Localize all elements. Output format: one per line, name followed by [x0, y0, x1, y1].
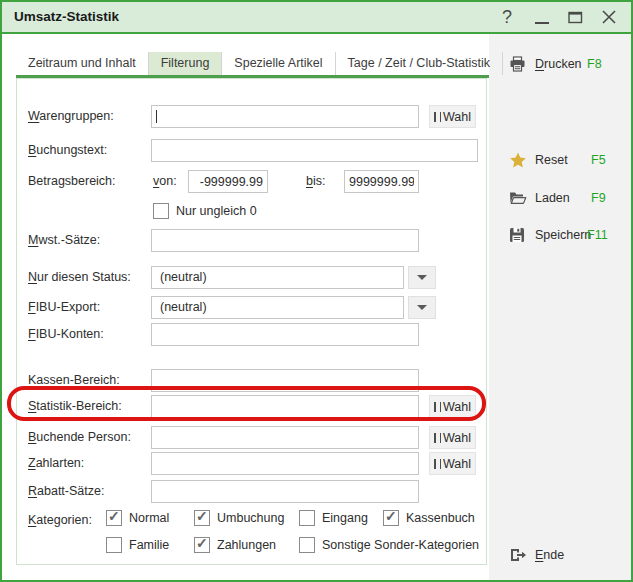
- buchende-person-wahl-button[interactable]: Wahl: [429, 426, 476, 449]
- rabatt-saetze-label: Rabatt-Sätze:: [28, 484, 104, 498]
- wahl-glyph-icon: [434, 402, 441, 412]
- warengruppen-wahl-button[interactable]: Wahl: [429, 105, 476, 128]
- status-label: Nur diesen Status:: [28, 270, 131, 284]
- status-dropdown-button[interactable]: [408, 266, 436, 289]
- kassen-bereich-input[interactable]: [151, 369, 419, 392]
- speichern-label: Speichern: [535, 228, 591, 242]
- checkbox-eingang-label: Eingang: [322, 511, 368, 525]
- printer-icon: [509, 56, 526, 72]
- save-icon: [509, 227, 526, 243]
- maximize-icon[interactable]: [562, 2, 588, 32]
- wahl-glyph-icon: [434, 459, 441, 469]
- buchungstext-label: Buchungstext:: [28, 143, 107, 157]
- laden-label: Laden: [535, 191, 570, 205]
- filter-panel: Warengruppen: Wahl Buchungstext: Betrags…: [16, 78, 487, 565]
- zahlarten-label: Zahlarten:: [28, 456, 84, 470]
- star-icon: [509, 152, 526, 168]
- nur-ungleich-checkbox[interactable]: [153, 203, 169, 219]
- minimize-icon[interactable]: [529, 2, 555, 32]
- statistik-bereich-input[interactable]: [151, 395, 419, 418]
- tab-filterung[interactable]: Filterung: [149, 52, 223, 75]
- open-folder-icon: [509, 190, 526, 206]
- reset-button[interactable]: Reset F5: [489, 151, 631, 171]
- buchende-person-label: Buchende Person:: [28, 430, 131, 444]
- checkbox-eingang[interactable]: [299, 510, 315, 526]
- von-input[interactable]: [188, 170, 268, 193]
- nur-ungleich-label: Nur ungleich 0: [176, 204, 257, 218]
- checkbox-sonstige[interactable]: [299, 537, 315, 553]
- ende-label: Ende: [535, 548, 564, 562]
- checkbox-sonstige-label: Sonstige Sonder-Kategorien: [322, 538, 479, 552]
- umsatz-statistik-window: Umsatz-Statistik ? Drucken F8 Reset F5: [0, 0, 633, 582]
- warengruppen-label: Warengruppen:: [28, 109, 114, 123]
- wahl-glyph-icon: [434, 433, 441, 443]
- betragsbereich-label: Betragsbereich:: [28, 174, 116, 188]
- kategorien-label: Kategorien:: [28, 513, 92, 527]
- kassen-bereich-label: Kassen-Bereich:: [28, 373, 120, 387]
- laden-fkey: F9: [591, 191, 606, 205]
- window-title: Umsatz-Statistik: [14, 2, 119, 32]
- tab-zeitraum-und-inhalt[interactable]: Zeitraum und Inhalt: [16, 52, 149, 75]
- checkbox-zahlungen-label: Zahlungen: [217, 538, 276, 552]
- speichern-fkey: F11: [587, 228, 608, 242]
- checkbox-zahlungen[interactable]: [194, 537, 210, 553]
- checkbox-kassenbuch[interactable]: [383, 510, 399, 526]
- status-dropdown[interactable]: (neutral): [151, 266, 404, 289]
- chevron-down-icon: [417, 305, 427, 310]
- mwst-label: Mwst.-Sätze:: [28, 233, 100, 247]
- ende-button[interactable]: Ende: [489, 546, 631, 566]
- bis-label: bis:: [306, 174, 325, 188]
- checkbox-kassenbuch-label: Kassenbuch: [406, 511, 475, 525]
- checkbox-umbuchung[interactable]: [194, 510, 210, 526]
- checkbox-umbuchung-label: Umbuchung: [217, 511, 284, 525]
- drucken-button[interactable]: Drucken F8: [489, 55, 631, 75]
- buchungstext-input[interactable]: [151, 139, 478, 162]
- von-label: von:: [153, 174, 177, 188]
- titlebar: Umsatz-Statistik ?: [2, 2, 631, 34]
- fibu-konten-label: FIBU-Konten:: [28, 327, 104, 341]
- zahlarten-wahl-button[interactable]: Wahl: [429, 452, 476, 475]
- fibu-export-dropdown[interactable]: (neutral): [151, 296, 404, 319]
- tab-tage-zeit-club-statistik[interactable]: Tage / Zeit / Club-Statistik: [336, 52, 503, 75]
- close-icon[interactable]: [596, 2, 622, 32]
- rabatt-saetze-input[interactable]: [151, 480, 419, 503]
- drucken-fkey: F8: [587, 57, 602, 71]
- fibu-konten-input[interactable]: [151, 323, 419, 346]
- zahlarten-input[interactable]: [151, 452, 419, 475]
- checkbox-familie-label: Familie: [129, 538, 169, 552]
- help-icon[interactable]: ?: [494, 2, 520, 32]
- checkbox-normal-label: Normal: [129, 511, 169, 525]
- sidebar: Drucken F8 Reset F5 Laden F9 Speichern F…: [489, 34, 631, 580]
- tab-spezielle-artikel[interactable]: Spezielle Artikel: [222, 52, 335, 75]
- drucken-label: Drucken: [535, 57, 582, 71]
- fibu-export-dropdown-button[interactable]: [408, 296, 436, 319]
- buchende-person-input[interactable]: [151, 426, 419, 449]
- exit-icon: [509, 547, 526, 563]
- statistik-bereich-wahl-button[interactable]: Wahl: [429, 395, 476, 418]
- statistik-bereich-label: Statistik-Bereich:: [28, 399, 122, 413]
- bis-input[interactable]: [344, 170, 419, 193]
- checkbox-normal[interactable]: [106, 510, 122, 526]
- wahl-glyph-icon: [434, 112, 441, 122]
- chevron-down-icon: [417, 275, 427, 280]
- checkbox-familie[interactable]: [106, 537, 122, 553]
- reset-label: Reset: [535, 153, 568, 167]
- laden-button[interactable]: Laden F9: [489, 189, 631, 209]
- warengruppen-input[interactable]: [151, 105, 419, 128]
- fibu-export-label: FIBU-Export:: [28, 300, 100, 314]
- mwst-input[interactable]: [151, 229, 419, 252]
- tab-bar: Zeitraum und Inhalt Filterung Spezielle …: [16, 52, 503, 75]
- reset-fkey: F5: [591, 153, 606, 167]
- text-caret: [156, 110, 157, 123]
- speichern-button[interactable]: Speichern F11: [489, 226, 631, 246]
